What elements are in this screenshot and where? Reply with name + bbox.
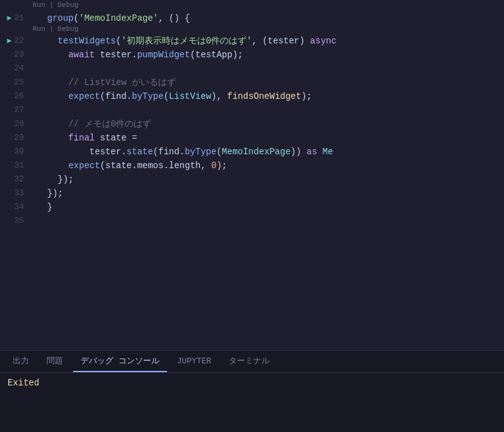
run-debug-label-21[interactable]: Run | Debug (33, 1, 79, 9)
code-line-23: 23 await tester.pumpWidget(testApp); (0, 48, 504, 62)
line-content-34: } (32, 200, 504, 214)
line-content-30: tester.state(find.byType(MemoIndexPage))… (32, 145, 504, 159)
line-number-32: 32 (0, 173, 32, 186)
code-line-26: 26 expect(find.byType(ListView), findsOn… (0, 89, 504, 103)
bottom-panel: 出力 問題 デバッグ コンソール JUPYTER ターミナル Exited (0, 350, 504, 432)
run-arrow-21[interactable]: ▶ (4, 11, 11, 25)
panel-content: Exited (0, 373, 504, 432)
line-number-24: 24 (0, 62, 32, 76)
code-line-28: 28 // メモは0件のはず (0, 117, 504, 131)
run-debug-label-22[interactable]: Run | Debug (33, 25, 79, 33)
code-line-34: 34 } (0, 200, 504, 214)
line-number-25: 25 (0, 76, 32, 89)
line-number-26: 26 (0, 89, 32, 103)
line-content-21: group('MemoIndexPage', () { (32, 11, 504, 25)
line-content-23: await tester.pumpWidget(testApp); (32, 48, 504, 62)
code-line-31: 31 expect(state.memos.length, 0); (0, 159, 504, 173)
line-content-32: }); (32, 173, 504, 186)
line-number-27: 27 (0, 103, 32, 117)
line-number-30: 30 (0, 145, 32, 159)
code-line-27: 27 (0, 103, 504, 117)
code-line-33: 33 }); (0, 186, 504, 200)
code-line-21: ▶ 21 group('MemoIndexPage', () { (0, 11, 504, 25)
line-content-28: // メモは0件のはず (32, 117, 504, 131)
line-content-25: // ListView がいるはず (32, 76, 504, 89)
line-content-31: expect(state.memos.length, 0); (32, 159, 504, 173)
line-number-35: 35 (0, 214, 32, 228)
panel-tabs: 出力 問題 デバッグ コンソール JUPYTER ターミナル (0, 351, 504, 373)
line-content-33: }); (32, 186, 504, 200)
run-arrow-22[interactable]: ▶ (4, 34, 11, 48)
code-line-25: 25 // ListView がいるはず (0, 76, 504, 89)
line-content-22: testWidgets('初期表示時はメモは0件のはず', (tester) a… (32, 34, 504, 48)
line-content-26: expect(find.byType(ListView), findsOneWi… (32, 89, 504, 103)
line-number-33: 33 (0, 186, 32, 200)
code-line-32: 32 }); (0, 173, 504, 186)
line-number-23: 23 (0, 48, 32, 62)
code-editor[interactable]: Run | Debug ▶ 21 group('MemoIndexPage', … (0, 0, 504, 350)
line-number-29: 29 (0, 131, 32, 145)
line-number-21: ▶ 21 (0, 11, 32, 25)
tab-debug-console[interactable]: デバッグ コンソール (73, 351, 167, 372)
tab-problems[interactable]: 問題 (39, 351, 71, 372)
line-content-29: final state = (32, 131, 504, 145)
tab-jupyter[interactable]: JUPYTER (169, 351, 219, 372)
line-number-34: 34 (0, 200, 32, 214)
code-line-35: 35 (0, 214, 504, 228)
line-number-31: 31 (0, 159, 32, 173)
code-line-24: 24 (0, 62, 504, 76)
code-line-30: 30 tester.state(find.byType(MemoIndexPag… (0, 145, 504, 159)
code-line-29: 29 final state = (0, 131, 504, 145)
code-lines: Run | Debug ▶ 21 group('MemoIndexPage', … (0, 11, 504, 228)
exited-text: Exited (8, 378, 496, 388)
tab-output[interactable]: 出力 (5, 351, 37, 372)
code-line-22: ▶ 22 testWidgets('初期表示時はメモは0件のはず', (test… (0, 34, 504, 48)
tab-terminal[interactable]: ターミナル (221, 351, 277, 372)
line-number-22: ▶ 22 (0, 34, 32, 48)
line-number-28: 28 (0, 117, 32, 131)
